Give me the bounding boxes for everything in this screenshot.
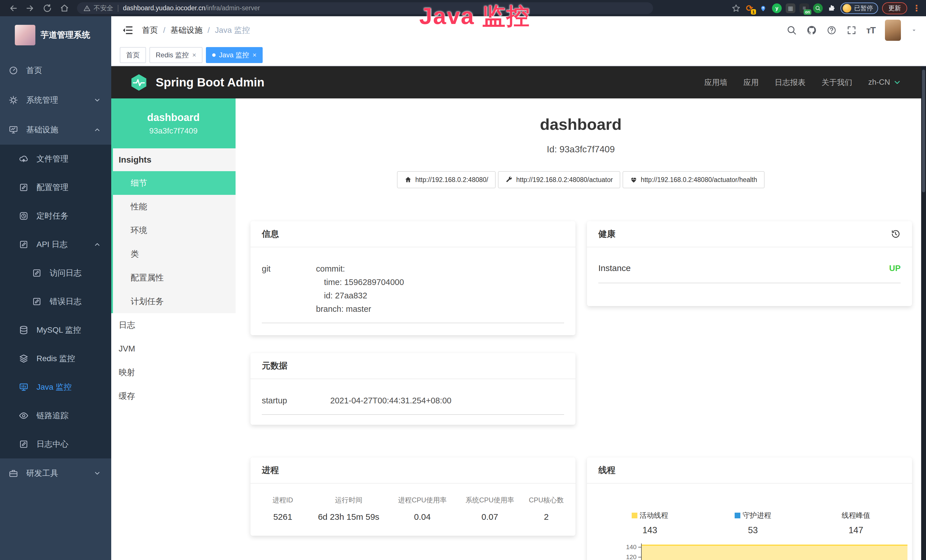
process-col-header: 运行时间 <box>309 495 388 505</box>
breadcrumb-infra[interactable]: 基础设施 <box>171 25 203 36</box>
sidebar-item-label: MySQL 监控 <box>36 325 81 336</box>
instance-header[interactable]: dashboard 93a3fc7f7409 <box>111 98 236 148</box>
breadcrumb-separator: / <box>207 26 210 35</box>
sba-item-caches[interactable]: 缓存 <box>111 384 236 408</box>
home-icon[interactable] <box>60 3 69 13</box>
sidebar-item-file-manage[interactable]: 文件管理 <box>0 145 111 173</box>
tab-home[interactable]: 首页 <box>120 47 146 63</box>
fullscreen-icon[interactable] <box>846 25 857 35</box>
active-dot <box>212 53 216 57</box>
user-avatar[interactable] <box>885 20 901 41</box>
health-card: 健康 Instance UP <box>587 221 912 306</box>
health-instance-label[interactable]: Instance <box>598 263 631 273</box>
breadcrumb-current: Java 监控 <box>215 25 250 36</box>
bookmark-star-icon[interactable] <box>731 4 741 13</box>
sba-item-configprops[interactable]: 配置属性 <box>113 266 236 289</box>
extension-grid-icon[interactable]: ▦ <box>786 3 795 13</box>
address-bar[interactable]: 不安全 dashboard.yudao.iocoder.cn/infra/adm… <box>77 2 653 14</box>
sidebar-item-dev-tools[interactable]: 研发工具 <box>0 459 111 488</box>
security-label: 不安全 <box>94 4 113 12</box>
process-value: 0.04 <box>388 512 457 522</box>
back-icon[interactable] <box>8 3 18 13</box>
scrollbar-track[interactable] <box>921 66 926 560</box>
sba-content: dashboard Id: 93a3fc7f7409 http://192.16… <box>236 98 926 560</box>
sidebar-item-label: Java 监控 <box>36 382 71 392</box>
close-icon[interactable]: × <box>253 51 256 59</box>
legend-value: 143 <box>643 525 657 536</box>
extension-search-icon[interactable] <box>813 3 823 13</box>
help-icon[interactable] <box>826 25 837 35</box>
row-divider <box>262 322 564 323</box>
history-icon[interactable] <box>890 229 900 239</box>
forward-icon[interactable] <box>26 3 35 13</box>
sba-item-details[interactable]: 细节 <box>111 171 236 195</box>
service-url-button[interactable]: http://192.168.0.2:48080/ <box>397 171 496 188</box>
extension-y-icon[interactable]: y <box>772 3 782 13</box>
legend-value: 53 <box>748 525 758 536</box>
card-title: 元数据 <box>262 360 287 372</box>
text-size-icon[interactable]: тT <box>866 25 875 36</box>
tab-redis-monitor[interactable]: Redis 监控 × <box>150 47 203 63</box>
clock-icon <box>19 211 29 221</box>
process-value: 0.07 <box>457 512 523 522</box>
reload-icon[interactable] <box>42 3 52 13</box>
nav-wall[interactable]: 应用墙 <box>704 77 727 88</box>
sidebar-item-home[interactable]: 首页 <box>0 56 111 85</box>
metadata-value: 2021-04-27T00:44:31.254+08:00 <box>330 394 451 407</box>
sidebar-item-config-manage[interactable]: 配置管理 <box>0 173 111 202</box>
sba-item-jvm[interactable]: JVM <box>111 337 236 360</box>
sidebar-item-api-log[interactable]: API 日志 <box>0 230 111 259</box>
nav-applications[interactable]: 应用 <box>743 77 759 88</box>
info-card: 信息 git commit: time: 1596289704000 id: 2… <box>250 221 575 335</box>
scrollbar-thumb[interactable] <box>922 70 925 192</box>
sba-item-scheduled[interactable]: 计划任务 <box>113 289 236 313</box>
sba-item-classes[interactable]: 类 <box>113 242 236 266</box>
eye-icon <box>19 411 29 421</box>
sidebar-item-trace[interactable]: 链路追踪 <box>0 401 111 430</box>
sba-item-mappings[interactable]: 映射 <box>111 360 236 384</box>
ytick-mark <box>638 557 641 557</box>
actuator-url-button[interactable]: http://192.168.0.2:48080/actuator <box>498 171 620 188</box>
app-logo <box>15 25 35 45</box>
sidebar-item-mysql-monitor[interactable]: MySQL 监控 <box>0 316 111 344</box>
sidebar-item-java-monitor[interactable]: Java 监控 <box>0 373 111 401</box>
github-icon[interactable] <box>806 25 817 35</box>
search-icon[interactable] <box>787 25 797 35</box>
sba-item-env[interactable]: 环境 <box>113 218 236 242</box>
sidebar-item-log-center[interactable]: 日志中心 <box>0 430 111 459</box>
profile-paused-badge[interactable]: 已暂停 <box>840 3 878 14</box>
sidebar-fold-icon[interactable] <box>122 24 133 36</box>
health-url-button[interactable]: http://192.168.0.2:48080/actuator/health <box>623 171 764 188</box>
info-key: git <box>262 262 316 316</box>
briefcase-icon <box>9 468 18 478</box>
sidebar-item-access-log[interactable]: 访问日志 <box>0 259 111 287</box>
extension-refresh-icon[interactable]: ⟳1 <box>744 3 754 13</box>
extension-list-icon[interactable]: ≡on <box>799 3 809 13</box>
sidebar-item-error-log[interactable]: 错误日志 <box>0 287 111 316</box>
breadcrumb-home[interactable]: 首页 <box>142 25 158 36</box>
close-icon[interactable]: × <box>192 51 196 59</box>
sba-item-logs[interactable]: 日志 <box>111 313 236 337</box>
threads-legend: 活动线程 143 守护进程 53 线程峰值 <box>598 511 908 536</box>
browser-menu-icon[interactable]: ⋮ <box>912 3 921 13</box>
nav-about[interactable]: 关于我们 <box>822 77 852 88</box>
card-title: 线程 <box>598 465 616 476</box>
not-secure-warning-icon <box>83 5 91 12</box>
sidebar-item-infra[interactable]: 基础设施 <box>0 115 111 145</box>
process-value: 5261 <box>256 512 309 522</box>
nav-journal[interactable]: 日志报表 <box>775 77 805 88</box>
extension-pin-icon[interactable] <box>758 3 768 13</box>
sba-item-metrics[interactable]: 性能 <box>113 195 236 218</box>
locale-select[interactable]: zh-CN <box>868 78 902 87</box>
update-button[interactable]: 更新 <box>882 2 907 14</box>
row-divider <box>598 283 900 283</box>
tab-java-monitor[interactable]: Java 监控 × <box>206 47 263 63</box>
app-logo-row[interactable]: 芋道管理系统 <box>0 16 111 50</box>
sidebar-item-system[interactable]: 系统管理 <box>0 85 111 115</box>
chevron-down-icon <box>94 97 101 104</box>
sidebar-item-scheduled-job[interactable]: 定时任务 <box>0 202 111 230</box>
sidebar-item-redis-monitor[interactable]: Redis 监控 <box>0 344 111 373</box>
sba-brand[interactable]: Spring Boot Admin <box>156 76 264 89</box>
avatar-caret-icon[interactable] <box>911 27 917 34</box>
extensions-puzzle-icon[interactable] <box>827 3 837 13</box>
